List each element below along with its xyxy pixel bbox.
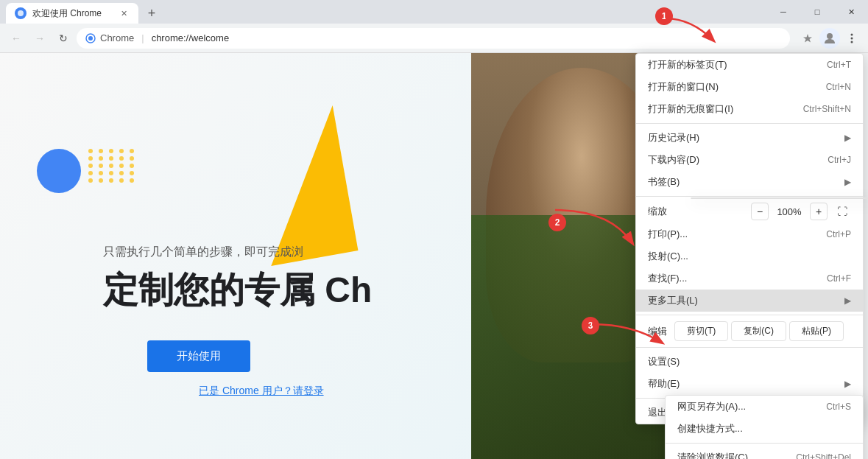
- toolbar-icons: [797, 28, 862, 49]
- profile-button[interactable]: [819, 28, 840, 49]
- menu-item-print[interactable]: 打印(P)... Ctrl+P: [636, 223, 863, 245]
- menu-item-settings[interactable]: 设置(S): [636, 351, 863, 373]
- more-icon: [846, 32, 858, 44]
- copy-button[interactable]: 复制(C): [731, 321, 786, 341]
- divider-4: [636, 347, 863, 348]
- annotation-2: 2: [548, 214, 566, 231]
- more-tools-submenu-panel: 网页另存为(A)... Ctrl+S 创建快捷方式... 清除浏览数据(C)..…: [665, 395, 864, 459]
- cut-button[interactable]: 剪切(T): [674, 321, 728, 341]
- address-bar: ← → ↻ Chrome | chrome://welcome: [0, 24, 868, 53]
- lock-icon: [85, 33, 96, 43]
- annotation-3: 3: [582, 317, 599, 334]
- page-subtitle: 只需执行几个简单的步骤，即可完成浏: [103, 245, 303, 260]
- svg-point-0: [18, 10, 24, 16]
- address-url: chrome://welcome: [152, 32, 229, 43]
- new-tab-button[interactable]: +: [141, 3, 162, 24]
- menu-item-more-tools[interactable]: 更多工具(L) ▶: [636, 290, 863, 312]
- svg-point-3: [827, 33, 833, 39]
- submenu-clear-data[interactable]: 清除浏览数据(C)... Ctrl+Shift+Del: [666, 446, 863, 459]
- address-input[interactable]: Chrome | chrome://welcome: [77, 28, 790, 49]
- bookmark-button[interactable]: [797, 28, 818, 49]
- zoom-out-button[interactable]: −: [751, 203, 769, 220]
- menu-item-cast[interactable]: 投射(C)...: [636, 245, 863, 267]
- page-title: 定制您的专属 Ch: [103, 267, 372, 314]
- window-controls: ─ □ ✕: [766, 0, 868, 24]
- tab-title: 欢迎使用 Chrome: [32, 7, 102, 20]
- sub-divider-1: [666, 443, 863, 444]
- menu-item-bookmarks[interactable]: 书签(B) ▶: [636, 171, 863, 193]
- zoom-in-button[interactable]: +: [810, 203, 828, 220]
- menu-item-history[interactable]: 历史记录(H) ▶: [636, 127, 863, 149]
- submenu-create-shortcut[interactable]: 创建快捷方式...: [666, 418, 863, 440]
- tab-favicon: [15, 7, 27, 19]
- zoom-row: 缩放 − 100% + ⛶: [636, 200, 863, 223]
- tab-close-button[interactable]: ✕: [118, 7, 130, 19]
- edit-row: 编辑 剪切(T) 复制(C) 粘贴(P): [636, 318, 863, 344]
- main-menu: 打开新的标签页(T) Ctrl+T 打开新的窗口(N) Ctrl+N 打开新的无…: [635, 53, 864, 424]
- zoom-value: 100%: [775, 206, 804, 217]
- star-icon: [802, 32, 814, 44]
- more-tools-submenu: [691, 197, 868, 199]
- close-button[interactable]: ✕: [834, 0, 868, 24]
- maximize-button[interactable]: □: [800, 0, 834, 24]
- svg-point-4: [851, 33, 853, 35]
- divider-3: [636, 315, 863, 315]
- login-link[interactable]: 已是 Chrome 用户？请登录: [199, 385, 324, 398]
- address-scheme: Chrome: [100, 32, 134, 43]
- menu-item-incognito[interactable]: 打开新的无痕窗口(I) Ctrl+Shift+N: [636, 98, 863, 120]
- annotation-1: 1: [655, 7, 673, 25]
- deco-triangle: [246, 105, 359, 266]
- menu-item-help[interactable]: 帮助(E) ▶: [636, 373, 863, 395]
- divider-1: [636, 123, 863, 124]
- browser-window: 欢迎使用 Chrome ✕ + ─ □ ✕ ← → ↻: [0, 0, 868, 459]
- divider-2: [636, 196, 863, 197]
- zoom-expand-button[interactable]: ⛶: [833, 203, 851, 220]
- menu-button[interactable]: [841, 28, 862, 49]
- submenu-save-page[interactable]: 网页另存为(A)... Ctrl+S: [666, 396, 863, 418]
- svg-point-2: [88, 36, 93, 41]
- menu-item-find[interactable]: 查找(F)... Ctrl+F: [636, 267, 863, 290]
- deco-dots: [88, 149, 147, 208]
- back-button[interactable]: ←: [6, 28, 27, 49]
- active-tab[interactable]: 欢迎使用 Chrome ✕: [6, 3, 138, 24]
- tab-bar: 欢迎使用 Chrome ✕ +: [0, 0, 162, 24]
- svg-point-6: [851, 41, 853, 43]
- forward-button[interactable]: →: [29, 28, 50, 49]
- menu-item-new-window[interactable]: 打开新的窗口(N) Ctrl+N: [636, 76, 863, 98]
- title-bar: 欢迎使用 Chrome ✕ + ─ □ ✕: [0, 0, 868, 24]
- menu-item-new-tab[interactable]: 打开新的标签页(T) Ctrl+T: [636, 54, 863, 76]
- page-content: 只需执行几个简单的步骤，即可完成浏 定制您的专属 Ch 开始使用 已是 Chro…: [0, 53, 692, 459]
- paste-button[interactable]: 粘贴(P): [789, 321, 844, 341]
- svg-point-5: [851, 37, 853, 39]
- deco-circle: [37, 149, 81, 193]
- start-button[interactable]: 开始使用: [147, 340, 250, 372]
- menu-item-downloads[interactable]: 下载内容(D) Ctrl+J: [636, 149, 863, 171]
- refresh-button[interactable]: ↻: [53, 28, 74, 49]
- person-icon: [823, 32, 836, 45]
- minimize-button[interactable]: ─: [766, 0, 800, 24]
